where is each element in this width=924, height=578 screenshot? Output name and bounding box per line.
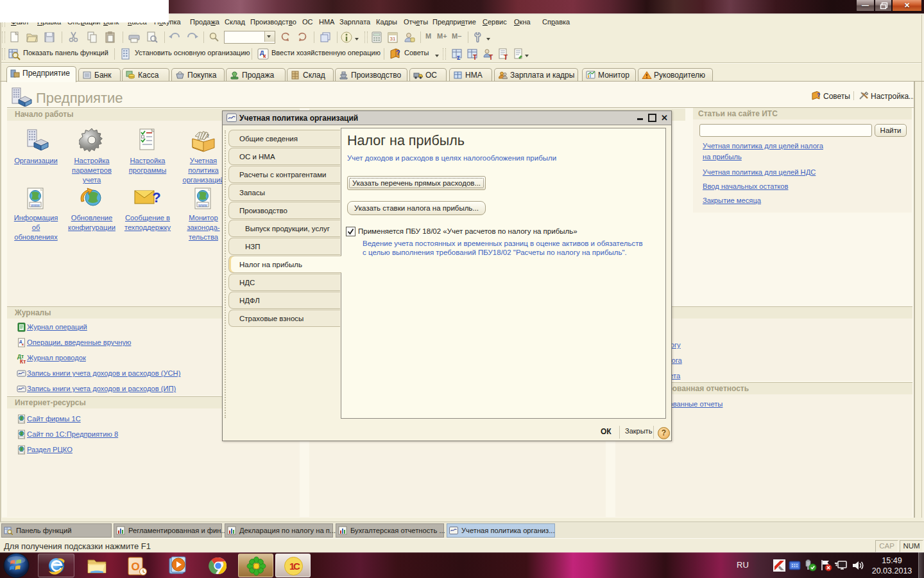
svg-text:С: С — [293, 561, 300, 572]
svg-text:Т: Т — [489, 54, 493, 61]
svg-text:O: O — [131, 561, 139, 573]
svg-text:Кт: Кт — [20, 358, 26, 364]
svg-text:к: к — [263, 53, 266, 59]
svg-text:www: www — [198, 203, 207, 207]
svg-text:www: www — [30, 203, 40, 207]
svg-text:Т: Т — [473, 54, 477, 61]
svg-text:?: ? — [817, 92, 821, 98]
svg-text:к: к — [22, 342, 24, 346]
svg-text:Σ: Σ — [457, 55, 461, 61]
svg-text:31: 31 — [390, 36, 396, 42]
svg-text:?: ? — [396, 49, 400, 57]
svg-text:Т: Т — [504, 54, 508, 61]
svg-text:1: 1 — [207, 134, 209, 138]
svg-text:?: ? — [152, 189, 160, 206]
